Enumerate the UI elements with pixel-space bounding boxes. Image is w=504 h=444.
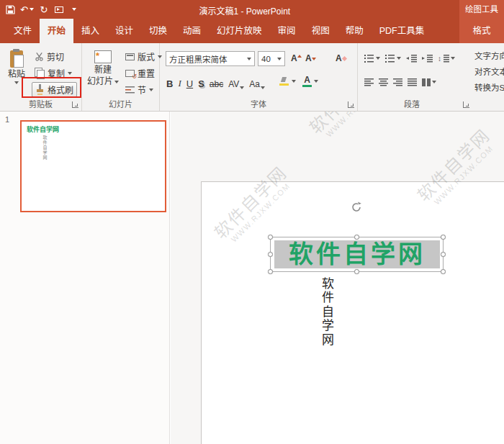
- new-slide-button[interactable]: 新建 幻灯片: [86, 46, 120, 96]
- selection-handle-top[interactable]: [354, 235, 359, 240]
- character-spacing-button[interactable]: AV: [226, 73, 246, 89]
- tab-animations[interactable]: 动画: [175, 19, 209, 43]
- start-slideshow-button[interactable]: [52, 1, 66, 17]
- tab-insert[interactable]: 插入: [73, 19, 107, 43]
- align-text-button[interactable]: 对齐文本: [472, 63, 504, 79]
- tab-slideshow[interactable]: 幻灯片放映: [209, 19, 270, 43]
- tab-design[interactable]: 设计: [107, 19, 141, 43]
- font-color-swatch: [302, 85, 312, 88]
- align-right-button[interactable]: [392, 74, 404, 90]
- tab-file[interactable]: 文件: [6, 19, 40, 43]
- shrink-font-icon: A: [305, 53, 312, 63]
- line-spacing-button[interactable]: [436, 50, 456, 66]
- layout-button[interactable]: 版式: [122, 48, 165, 65]
- redo-button[interactable]: ↻: [37, 1, 51, 17]
- redo-icon: ↻: [40, 5, 48, 14]
- powerpoint-window: ↶ ↻ 演示文稿1 - PowerPoint 绘图工具 格式 文件 开始 插入 …: [0, 0, 504, 444]
- tab-pdf-tools[interactable]: PDF工具集: [372, 19, 433, 43]
- change-case-icon: Aa: [249, 79, 260, 89]
- text-shadow-button[interactable]: S: [196, 73, 207, 89]
- strikethrough-button[interactable]: abc: [207, 73, 225, 89]
- font-group: 方正粗黑宋简体 40 A A A B I U S abc AV Aa: [160, 43, 358, 111]
- layout-icon: [125, 53, 135, 60]
- font-size-combo[interactable]: 40: [258, 51, 285, 66]
- decrease-indent-icon: [406, 55, 417, 63]
- justify-button[interactable]: [406, 74, 418, 90]
- selection-handle-left[interactable]: [268, 252, 273, 257]
- selection-handle-right[interactable]: [441, 252, 446, 257]
- paragraph-group: 文字方向 对齐文本 转换为SmartArt 段落: [358, 43, 504, 111]
- chevron-down-icon: [149, 89, 153, 91]
- tab-home[interactable]: 开始: [40, 19, 73, 43]
- underline-icon: U: [186, 78, 193, 89]
- font-dialog-launcher[interactable]: [348, 101, 354, 108]
- text-direction-button[interactable]: 文字方向: [472, 47, 504, 63]
- slide-1-thumbnail[interactable]: 软件自学网 软件自学网: [20, 120, 166, 212]
- clipboard-dialog-launcher[interactable]: [72, 101, 78, 108]
- slides-group: 新建 幻灯片 版式 重置 节: [82, 43, 160, 111]
- selection-handle-bottom-left[interactable]: [268, 269, 273, 274]
- clear-formatting-button[interactable]: A: [336, 53, 346, 63]
- clear-formatting-icon: A: [336, 53, 342, 63]
- drawing-tools-label: 绘图工具: [459, 0, 504, 19]
- font-name-combo[interactable]: 方正粗黑宋简体: [166, 51, 255, 66]
- window-title: 演示文稿1 - PowerPoint: [199, 4, 291, 17]
- convert-smartart-button[interactable]: 转换为SmartArt: [472, 79, 504, 95]
- reset-label: 重置: [138, 67, 155, 79]
- change-case-button[interactable]: Aa: [247, 73, 267, 89]
- font-color-button[interactable]: A: [301, 73, 313, 89]
- bold-button[interactable]: B: [164, 73, 175, 89]
- section-button[interactable]: 节: [122, 81, 165, 98]
- chevron-down-icon: [114, 81, 119, 83]
- chevron-down-icon: [30, 8, 34, 11]
- grow-font-button[interactable]: A: [291, 53, 302, 63]
- new-slide-icon: [94, 50, 112, 63]
- selection-handle-top-right[interactable]: [441, 235, 446, 240]
- thumbnail-vertical-text: 软件自学网: [42, 135, 48, 160]
- bullets-icon: [364, 55, 374, 63]
- align-center-button[interactable]: [377, 74, 390, 90]
- align-left-button[interactable]: [363, 74, 375, 90]
- selection-handle-bottom-right[interactable]: [441, 269, 446, 274]
- customize-quick-access-button[interactable]: [67, 1, 81, 17]
- chevron-down-icon: [14, 81, 19, 84]
- italic-button[interactable]: I: [176, 73, 183, 89]
- chevron-down-icon: [72, 8, 76, 11]
- convert-smartart-label: 转换为SmartArt: [474, 81, 504, 93]
- tab-view[interactable]: 视图: [304, 19, 338, 43]
- vertical-text-box[interactable]: 软件自学网: [318, 277, 336, 363]
- watermark-url: WWW.RJXW.COM: [302, 112, 409, 161]
- chevron-down-icon: [292, 80, 296, 83]
- save-button[interactable]: [3, 1, 17, 17]
- tab-help[interactable]: 帮助: [338, 19, 372, 43]
- bullets-button[interactable]: [363, 50, 382, 66]
- shrink-font-button[interactable]: A: [305, 53, 316, 63]
- section-label: 节: [138, 83, 146, 96]
- chevron-down-icon: [240, 86, 244, 89]
- align-right-icon: [393, 78, 402, 86]
- columns-button[interactable]: [420, 74, 438, 90]
- text-highlight-color-button[interactable]: [278, 73, 291, 89]
- increase-indent-button[interactable]: [420, 50, 434, 66]
- align-center-icon: [379, 78, 388, 86]
- chevron-down-icon: [397, 57, 401, 60]
- watermark-text: 软件自学网: [289, 112, 402, 154]
- tab-format[interactable]: 格式: [459, 19, 504, 43]
- selection-handle-top-left[interactable]: [268, 235, 273, 240]
- underline-button[interactable]: U: [184, 73, 195, 89]
- selection-handle-bottom[interactable]: [354, 269, 359, 274]
- tab-transitions[interactable]: 切换: [141, 19, 175, 43]
- paragraph-dialog-launcher[interactable]: [463, 101, 469, 108]
- strikethrough-icon: abc: [210, 79, 223, 89]
- tab-review[interactable]: 审阅: [270, 19, 304, 43]
- justify-icon: [408, 78, 417, 86]
- rotate-handle[interactable]: [350, 201, 363, 214]
- cut-button[interactable]: 剪切: [32, 48, 77, 65]
- reset-button[interactable]: 重置: [122, 65, 165, 81]
- undo-button[interactable]: ↶: [18, 1, 36, 17]
- numbering-button[interactable]: [384, 50, 402, 66]
- slide-surface[interactable]: [201, 181, 504, 444]
- titlebar: ↶ ↻ 演示文稿1 - PowerPoint: [0, 0, 504, 19]
- decrease-indent-button[interactable]: [405, 50, 418, 66]
- reset-icon: [125, 70, 135, 77]
